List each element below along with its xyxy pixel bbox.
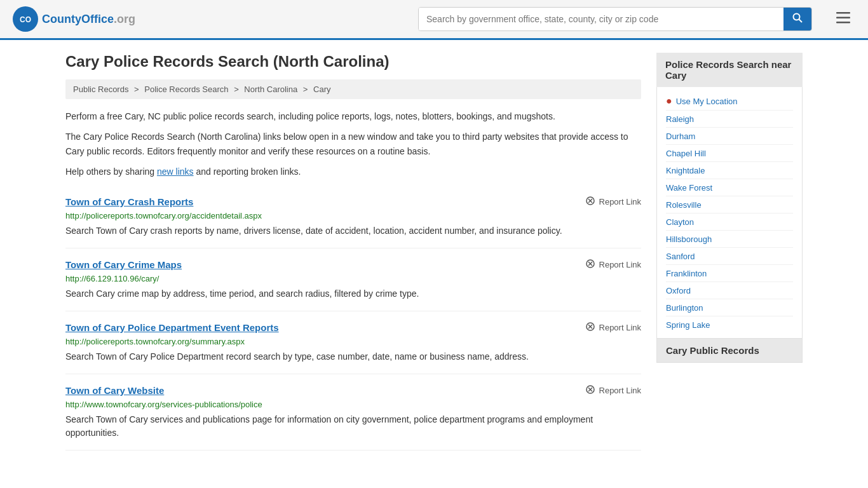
report-icon: [585, 259, 595, 271]
record-item: Town of Cary Website Report Link http://…: [65, 374, 641, 451]
nearby-city-item: Chapel Hill: [666, 145, 793, 162]
breadcrumb-public-records[interactable]: Public Records: [73, 85, 128, 94]
nearby-city-link[interactable]: Knightdale: [666, 166, 705, 175]
record-description: Search Cary crime map by address, time p…: [65, 287, 641, 301]
nearby-city-link[interactable]: Sanford: [666, 252, 695, 261]
nearby-city-link[interactable]: Wake Forest: [666, 183, 712, 193]
main-container: Cary Police Records Search (North Caroli…: [53, 40, 815, 463]
logo-icon: CO: [13, 6, 38, 32]
nearby-city-item: Sanford: [666, 248, 793, 265]
nearby-city-link[interactable]: Rolesville: [666, 200, 702, 210]
record-header: Town of Cary Police Department Event Rep…: [65, 322, 641, 334]
breadcrumb: Public Records > Police Records Search >…: [65, 79, 641, 99]
report-link-label: Report Link: [599, 323, 641, 332]
nearby-cities: RaleighDurhamChapel HillKnightdaleWake F…: [666, 111, 793, 333]
new-links-link[interactable]: new links: [157, 166, 194, 177]
nearby-city-link[interactable]: Clayton: [666, 217, 694, 227]
nearby-city-item: Oxford: [666, 282, 793, 299]
report-link[interactable]: Report Link: [585, 196, 641, 208]
search-input[interactable]: [419, 8, 783, 30]
nearby-city-link[interactable]: Oxford: [666, 286, 691, 295]
content-area: Cary Police Records Search (North Caroli…: [65, 53, 641, 451]
svg-rect-6: [836, 22, 850, 24]
report-link[interactable]: Report Link: [585, 259, 641, 271]
record-title[interactable]: Town of Cary Police Department Event Rep…: [65, 322, 279, 333]
sidebar: Police Records Search near Cary ● Use My…: [656, 53, 803, 451]
record-title[interactable]: Town of Cary Website: [65, 385, 164, 396]
description-3: Help others by sharing new links and rep…: [65, 165, 641, 179]
record-title[interactable]: Town of Cary Crash Reports: [65, 196, 193, 207]
breadcrumb-cary[interactable]: Cary: [313, 85, 330, 94]
svg-rect-4: [836, 12, 850, 14]
description-2: The Cary Police Records Search (North Ca…: [65, 130, 641, 158]
logo[interactable]: CO CountyOffice.org: [13, 6, 135, 32]
record-header: Town of Cary Crime Maps Report Link: [65, 259, 641, 271]
report-link-label: Report Link: [599, 197, 641, 207]
report-link-label: Report Link: [599, 260, 641, 269]
svg-rect-5: [836, 17, 850, 19]
use-location-item[interactable]: ● Use My Location: [666, 92, 793, 111]
report-icon: [585, 196, 595, 208]
header: CO CountyOffice.org: [0, 0, 868, 40]
record-item: Town of Cary Police Department Event Rep…: [65, 311, 641, 374]
breadcrumb-police-records-search[interactable]: Police Records Search: [144, 85, 228, 94]
use-my-location-link[interactable]: Use My Location: [676, 97, 738, 106]
sidebar-section-2-header: Cary Public Records: [656, 339, 803, 363]
report-link[interactable]: Report Link: [585, 384, 641, 397]
nearby-city-item: Hillsborough: [666, 231, 793, 248]
search-button[interactable]: [783, 8, 811, 30]
menu-button[interactable]: [831, 8, 855, 30]
breadcrumb-north-carolina[interactable]: North Carolina: [244, 85, 297, 94]
record-header: Town of Cary Website Report Link: [65, 384, 641, 397]
page-title: Cary Police Records Search (North Caroli…: [65, 53, 641, 71]
nearby-city-item: Clayton: [666, 214, 793, 231]
nearby-city-link[interactable]: Chapel Hill: [666, 149, 706, 158]
nearby-city-item: Knightdale: [666, 162, 793, 179]
report-link-label: Report Link: [599, 386, 641, 395]
nearby-city-item: Raleigh: [666, 111, 793, 128]
nearby-city-link[interactable]: Hillsborough: [666, 234, 712, 244]
nearby-cities-list: ● Use My Location RaleighDurhamChapel Hi…: [656, 87, 803, 339]
record-description: Search Town of Cary services and publica…: [65, 413, 641, 440]
description-1: Perform a free Cary, NC public police re…: [65, 109, 641, 123]
nearby-city-link[interactable]: Franklinton: [666, 269, 707, 278]
nearby-city-link[interactable]: Spring Lake: [666, 320, 710, 330]
record-item: Town of Cary Crime Maps Report Link http…: [65, 248, 641, 311]
logo-text: CountyOffice.org: [42, 13, 135, 26]
record-url[interactable]: http://policereports.townofcary.org/summ…: [65, 337, 641, 346]
report-icon: [585, 384, 595, 397]
nearby-city-item: Spring Lake: [666, 316, 793, 333]
record-url[interactable]: http://policereports.townofcary.org/acci…: [65, 211, 641, 220]
svg-text:CO: CO: [20, 15, 31, 24]
report-link[interactable]: Report Link: [585, 322, 641, 334]
nearby-city-link[interactable]: Raleigh: [666, 114, 694, 124]
nearby-city-item: Burlington: [666, 299, 793, 316]
sidebar-section-1-header: Police Records Search near Cary: [656, 53, 803, 87]
nearby-city-item: Durham: [666, 128, 793, 145]
nearby-city-link[interactable]: Durham: [666, 132, 695, 141]
nearby-city-item: Rolesville: [666, 196, 793, 214]
record-description: Search Town of Cary Police Department re…: [65, 350, 641, 363]
nearby-city-item: Wake Forest: [666, 179, 793, 196]
records-container: Town of Cary Crash Reports Report Link h…: [65, 186, 641, 451]
record-header: Town of Cary Crash Reports Report Link: [65, 196, 641, 208]
location-icon: ●: [666, 95, 672, 107]
svg-line-3: [799, 20, 803, 23]
svg-point-2: [794, 14, 800, 20]
report-icon: [585, 322, 595, 334]
record-url[interactable]: http://66.129.110.96/cary/: [65, 274, 641, 283]
search-bar: [418, 7, 812, 31]
nearby-city-link[interactable]: Burlington: [666, 303, 703, 313]
record-url[interactable]: http://www.townofcary.org/services-publi…: [65, 400, 641, 409]
record-item: Town of Cary Crash Reports Report Link h…: [65, 186, 641, 248]
record-description: Search Town of Cary crash reports by nam…: [65, 224, 641, 238]
nearby-city-item: Franklinton: [666, 265, 793, 282]
record-title[interactable]: Town of Cary Crime Maps: [65, 259, 182, 270]
